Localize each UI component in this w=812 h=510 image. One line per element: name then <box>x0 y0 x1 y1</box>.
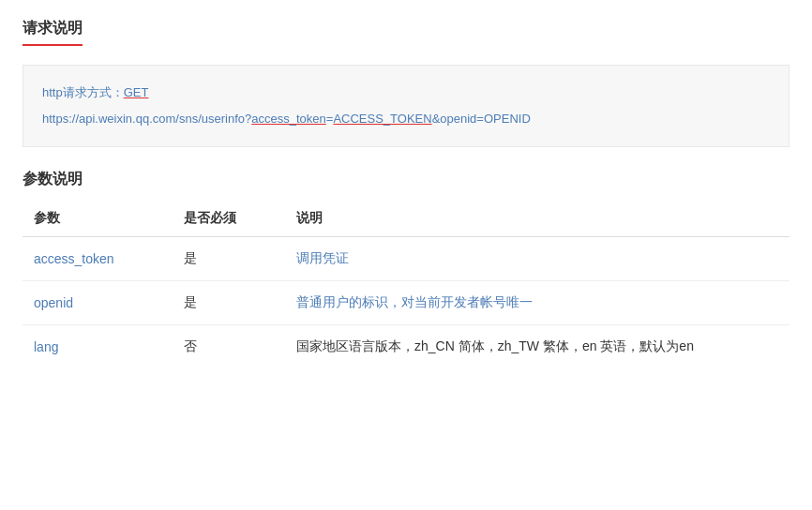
table-row: openid 是 普通用户的标识，对当前开发者帐号唯一 <box>23 281 789 325</box>
request-box: http请求方式：GET https://api.weixin.qq.com/s… <box>23 65 789 147</box>
param-section-title: 参数说明 <box>23 170 789 189</box>
param-name: lang <box>23 325 173 369</box>
table-row: access_token 是 调用凭证 <box>23 237 789 281</box>
request-section: 请求说明 http请求方式：GET https://api.weixin.qq.… <box>23 19 789 147</box>
param-desc[interactable]: 普通用户的标识，对当前开发者帐号唯一 <box>285 281 789 325</box>
param-required: 是 <box>173 281 285 325</box>
request-section-title: 请求说明 <box>23 19 83 46</box>
param-desc[interactable]: 调用凭证 <box>285 237 789 281</box>
col-header-required: 是否必须 <box>173 201 285 237</box>
col-header-param: 参数 <box>23 201 173 237</box>
param-required: 是 <box>173 237 285 281</box>
request-method-line: http请求方式：GET <box>42 81 770 105</box>
method-label: http请求方式： <box>42 85 124 99</box>
param-name: access_token <box>23 237 173 281</box>
param-section: 参数说明 参数 是否必须 说明 access_token 是 调用凭证 open… <box>23 170 789 368</box>
param-name: openid <box>23 281 173 325</box>
url-prefix: https://api.weixin.qq.com/sns/userinfo? <box>42 112 251 126</box>
param-desc: 国家地区语言版本，zh_CN 简体，zh_TW 繁体，en 英语，默认为en <box>285 325 789 369</box>
method-value: GET <box>124 85 149 99</box>
request-url-line: https://api.weixin.qq.com/sns/userinfo?a… <box>42 107 770 131</box>
table-row: lang 否 国家地区语言版本，zh_CN 简体，zh_TW 繁体，en 英语，… <box>23 325 789 369</box>
param-required: 否 <box>173 325 285 369</box>
col-header-desc: 说明 <box>285 201 789 237</box>
url-openid-param: &openid=OPENID <box>432 112 531 126</box>
param-table: 参数 是否必须 说明 access_token 是 调用凭证 openid 是 … <box>23 201 789 368</box>
table-header-row: 参数 是否必须 说明 <box>23 201 789 237</box>
url-access-token: access_token <box>251 112 326 126</box>
url-access-token-value: ACCESS_TOKEN <box>333 112 431 126</box>
